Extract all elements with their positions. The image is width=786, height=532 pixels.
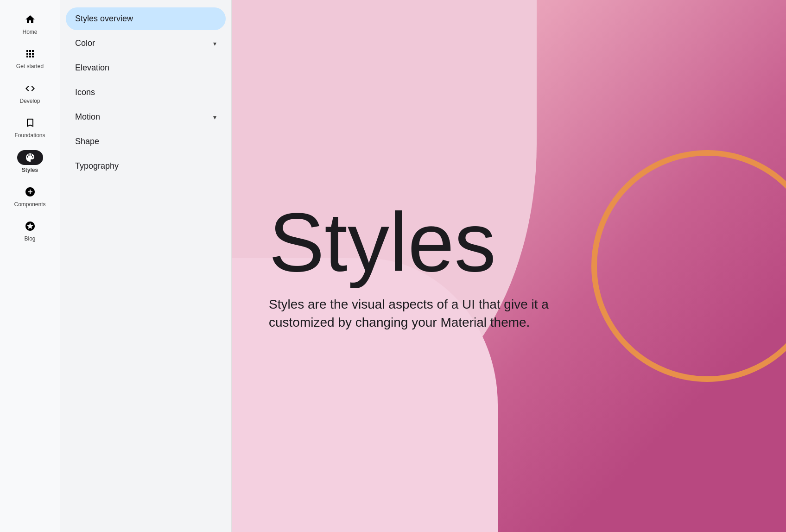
add-circle-icon [25,186,36,197]
nav-label-develop: Develop [19,98,40,104]
sidebar-label-icons: Icons [75,88,95,97]
sidebar-label-styles-overview: Styles overview [75,14,133,24]
nav-item-develop[interactable]: Develop [0,76,60,109]
sidebar-label-elevation: Elevation [75,63,109,73]
sidebar-label-motion: Motion [75,112,100,122]
nav-label-foundations: Foundations [14,132,45,139]
nav-label-get-started: Get started [16,63,44,70]
nav-label-home: Home [22,29,37,35]
chevron-down-icon-motion: ▾ [213,114,216,121]
nav-label-blog: Blog [24,235,35,242]
home-icon [25,14,36,25]
grid-icon [25,48,36,59]
add-circle-icon-container [19,184,41,199]
sidebar-label-shape: Shape [75,137,99,146]
sidebar-label-color: Color [75,38,95,48]
bookmark-icon [25,117,36,128]
nav-item-get-started[interactable]: Get started [0,42,60,74]
secondary-sidebar: Styles overview Color ▾ Elevation Icons … [60,0,232,532]
grid-icon-container [19,46,41,61]
sidebar-item-color[interactable]: Color ▾ [66,32,226,55]
main-content: Styles Styles are the visual aspects of … [232,0,786,532]
sidebar-item-shape[interactable]: Shape [66,130,226,153]
nav-item-blog[interactable]: Blog [0,214,60,247]
palette-icon [25,152,36,163]
decorative-blob [591,150,786,382]
hero-section: Styles Styles are the visual aspects of … [232,0,786,532]
bookmark-icon-container [19,115,41,130]
icon-navigation: Home Get started Develop Foundations [0,0,60,532]
code-icon-container [19,81,41,96]
palette-icon-container [17,150,43,165]
sidebar-item-icons[interactable]: Icons [66,81,226,104]
star-icon-container [19,219,41,234]
home-icon-container [19,12,41,27]
sidebar-item-styles-overview[interactable]: Styles overview [66,7,226,30]
chevron-down-icon: ▾ [213,40,216,47]
sidebar-item-typography[interactable]: Typography [66,155,226,177]
nav-item-components[interactable]: Components [0,180,60,212]
nav-item-styles[interactable]: Styles [0,146,60,178]
nav-label-components: Components [14,201,45,208]
code-icon [25,83,36,94]
sidebar-label-typography: Typography [75,161,119,171]
hero-subtitle: Styles are the visual aspects of a UI th… [269,295,570,331]
hero-text-container: Styles Styles are the visual aspects of … [269,201,570,331]
nav-item-foundations[interactable]: Foundations [0,111,60,143]
star-icon [25,221,36,232]
sidebar-item-motion[interactable]: Motion ▾ [66,106,226,128]
nav-label-styles: Styles [22,167,38,173]
sidebar-item-elevation[interactable]: Elevation [66,57,226,79]
hero-title: Styles [269,201,570,284]
nav-item-home[interactable]: Home [0,7,60,40]
